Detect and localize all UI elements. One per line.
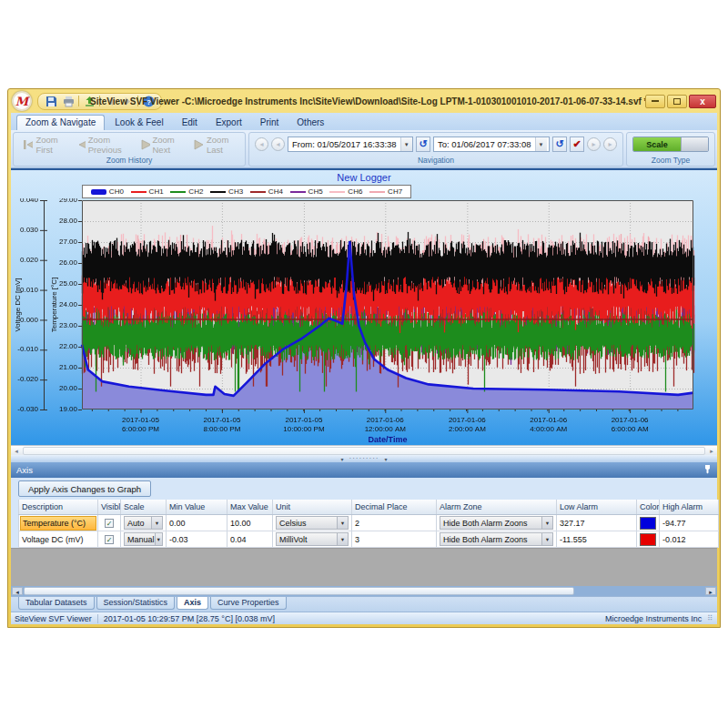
dropdown-arrow-icon[interactable]: ▼ (337, 517, 348, 529)
table-hscroll-right-icon[interactable]: ▸ (705, 587, 716, 595)
column-header-unit[interactable]: Unit (273, 500, 352, 514)
minimize-button[interactable] (645, 95, 665, 108)
cell-scale[interactable]: Manual▼ (121, 531, 167, 547)
unit-dropdown[interactable]: Celsius▼ (276, 516, 349, 530)
scale-dropdown[interactable]: Auto▼ (124, 516, 163, 530)
print-icon[interactable] (61, 95, 76, 108)
cell-unit[interactable]: MilliVolt▼ (273, 531, 352, 547)
from-dropdown-icon[interactable]: ▼ (400, 137, 412, 151)
tab-look-feel[interactable]: Look & Feel (106, 116, 171, 130)
chart-plot-canvas[interactable] (11, 198, 717, 446)
cell-description[interactable]: Temperature (°C) (18, 515, 98, 531)
legend-item-ch7[interactable]: CH7 (366, 187, 406, 196)
legend-item-ch3[interactable]: CH3 (207, 187, 247, 196)
zoom-previous-button[interactable]: Zoom Previous (73, 135, 134, 155)
to-dropdown-icon[interactable]: ▼ (535, 137, 547, 151)
tab-tabular-datasets[interactable]: Tabular Datasets (18, 597, 95, 610)
dropdown-arrow-icon[interactable]: ▼ (155, 533, 162, 545)
zoom-last-button[interactable]: Zoom Last (190, 135, 239, 155)
visible-checkbox[interactable]: ✓ (105, 519, 114, 528)
column-header-color[interactable]: Color (637, 500, 660, 514)
to-reset-button[interactable]: ↺ (552, 136, 567, 152)
pin-icon[interactable] (703, 464, 712, 476)
help-icon[interactable]: ? (141, 95, 156, 108)
cell-visible[interactable]: ✓ (98, 531, 121, 547)
chart-hscroll-right-icon[interactable]: ▸ (706, 446, 717, 456)
forward-icon[interactable] (120, 95, 135, 108)
dropdown-arrow-icon[interactable]: ▼ (541, 533, 552, 545)
to-date-field[interactable]: To: 01/06/2017 07:33:08 ▼ (433, 136, 550, 152)
cell-low-alarm[interactable]: 327.17 (557, 515, 637, 531)
cell-description[interactable]: Voltage DC (mV) (18, 531, 98, 547)
column-header-max-value[interactable]: Max Value (228, 500, 273, 514)
channel-color-swatch[interactable] (640, 517, 656, 530)
legend-item-ch2[interactable]: CH2 (167, 187, 207, 196)
cell-min-value[interactable]: 0.00 (167, 515, 228, 531)
channel-color-swatch[interactable] (640, 533, 656, 546)
legend-item-ch4[interactable]: CH4 (247, 187, 287, 196)
panel-splitter[interactable]: ▾ ········· ▾ (11, 455, 717, 462)
dropdown-arrow-icon[interactable]: ▼ (541, 517, 552, 529)
cell-alarm-zone[interactable]: Hide Both Alarm Zoons▼ (437, 515, 557, 531)
alarm-zone-dropdown[interactable]: Hide Both Alarm Zoons▼ (440, 532, 553, 546)
table-hscroll-thumb[interactable] (24, 587, 574, 595)
export-icon[interactable] (82, 95, 96, 108)
tab-session-statistics[interactable]: Session/Statistics (96, 597, 176, 610)
tab-print[interactable]: Print (252, 116, 288, 130)
cell-high-alarm[interactable]: -94.77 (660, 515, 719, 531)
alarm-zone-dropdown[interactable]: Hide Both Alarm Zoons▼ (440, 516, 553, 530)
nav-last-button[interactable]: ▸ (603, 137, 617, 151)
scale-dropdown[interactable]: Manual▼ (124, 532, 163, 546)
column-header-scale[interactable]: Scale (121, 500, 167, 514)
table-hscroll-left-icon[interactable]: ◂ (12, 587, 23, 595)
column-header-description[interactable]: Description (18, 500, 98, 514)
column-header-visible[interactable]: Visible (98, 500, 121, 514)
nav-previous-button[interactable]: ◂ (271, 137, 285, 151)
apply-axis-changes-button[interactable]: Apply Axis Changes to Graph (18, 480, 151, 497)
legend-item-ch5[interactable]: CH5 (287, 187, 327, 196)
scale-toggle[interactable]: Scale (632, 136, 709, 152)
unit-dropdown[interactable]: MilliVolt▼ (276, 532, 349, 546)
from-reset-button[interactable]: ↺ (416, 136, 430, 152)
cell-decimal-place[interactable]: 2 (352, 515, 437, 531)
tab-export[interactable]: Export (207, 116, 250, 130)
dropdown-arrow-icon[interactable]: ▼ (337, 533, 348, 545)
cell-max-value[interactable]: 10.00 (228, 515, 273, 531)
scale-toggle-knob[interactable] (681, 137, 708, 151)
axis-table-row-0[interactable]: Temperature (°C)✓Auto▼0.0010.00Celsius▼2… (18, 515, 719, 531)
back-icon[interactable] (103, 95, 117, 108)
tab-axis[interactable]: Axis (177, 597, 208, 610)
nav-next-button[interactable]: ▸ (587, 137, 601, 151)
tab-zoom-navigate[interactable]: Zoom & Navigate (16, 115, 105, 130)
title-bar[interactable]: SiteView SVF Viewer -C:\Microedge Instru… (8, 89, 720, 113)
cell-color-hex[interactable] (637, 531, 660, 547)
zoom-first-button[interactable]: Zoom First (19, 135, 69, 155)
cell-low-alarm[interactable]: -11.555 (557, 531, 637, 547)
cell-decimal-place[interactable]: 3 (352, 531, 437, 547)
cell-color-hex[interactable] (637, 515, 660, 531)
legend-item-ch6[interactable]: CH6 (327, 187, 367, 196)
resize-grip[interactable]: ⠿ (707, 614, 713, 622)
visible-checkbox[interactable]: ✓ (105, 535, 114, 544)
maximize-button[interactable] (667, 95, 687, 108)
legend-item-ch0[interactable]: CH0 (87, 187, 127, 196)
cell-alarm-zone[interactable]: Hide Both Alarm Zoons▼ (437, 531, 557, 547)
selected-description[interactable]: Temperature (°C) (20, 516, 96, 531)
column-header-min-value[interactable]: Min Value (167, 500, 228, 514)
column-header-high-alarm[interactable]: High Alarm (660, 500, 719, 514)
cell-high-alarm[interactable]: -0.012 (660, 531, 719, 547)
dropdown-arrow-icon[interactable]: ▼ (151, 517, 162, 529)
column-header-low-alarm[interactable]: Low Alarm (557, 500, 637, 514)
nav-first-button[interactable]: ◂ (255, 137, 268, 151)
legend-item-ch1[interactable]: CH1 (127, 187, 167, 196)
tab-edit[interactable]: Edit (174, 116, 206, 130)
tab-curve-properties[interactable]: Curve Properties (210, 597, 287, 610)
cell-scale[interactable]: Auto▼ (121, 515, 167, 531)
cell-visible[interactable]: ✓ (98, 515, 121, 531)
column-header-alarm-zone[interactable]: Alarm Zone (437, 500, 557, 514)
splitter-collapse-icon[interactable]: ▾ (340, 456, 343, 462)
cell-unit[interactable]: Celsius▼ (273, 515, 352, 531)
table-hscrollbar[interactable]: ◂ ▸ (11, 586, 717, 596)
from-date-field[interactable]: From: 01/05/2017 16:33:38 ▼ (288, 136, 413, 152)
zoom-next-button[interactable]: Zoom Next (137, 135, 187, 155)
